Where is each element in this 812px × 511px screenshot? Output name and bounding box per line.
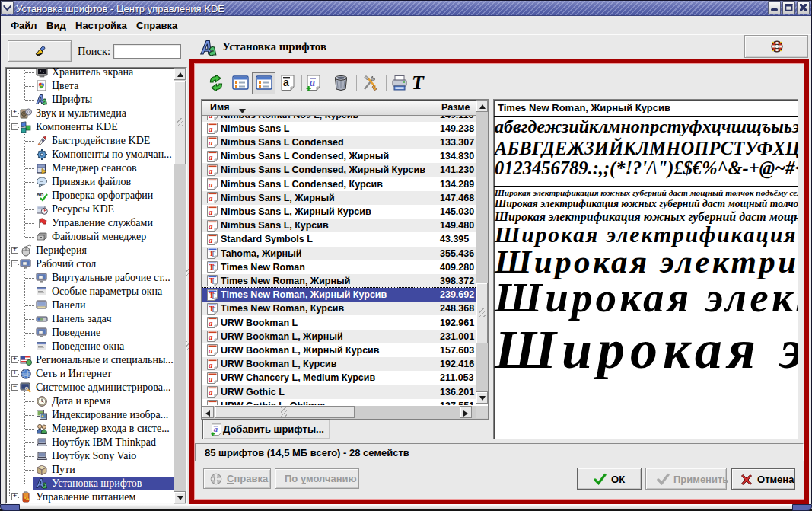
svg-text:a: a	[209, 332, 213, 341]
svg-text:T: T	[209, 249, 214, 257]
svg-text:a: a	[209, 221, 213, 230]
svg-text:a: a	[209, 124, 213, 133]
svg-text:a: a	[209, 116, 213, 120]
svg-text:a: a	[209, 180, 213, 189]
svg-text:T: T	[209, 305, 214, 313]
svg-text:a: a	[209, 207, 213, 216]
svg-text:a: a	[209, 359, 213, 369]
svg-text:T: T	[209, 291, 214, 299]
svg-text:a: a	[209, 373, 213, 382]
svg-text:a: a	[209, 152, 213, 161]
svg-text:ab: ab	[37, 191, 43, 198]
svg-text:a: a	[209, 193, 213, 203]
svg-text:a: a	[209, 401, 213, 405]
svg-text:T: T	[209, 263, 214, 271]
svg-text:a: a	[209, 346, 213, 355]
svg-text:a: a	[209, 318, 213, 327]
svg-text:a: a	[209, 138, 213, 147]
svg-text:a: a	[209, 165, 213, 174]
svg-text:a: a	[209, 235, 213, 244]
svg-text:a: a	[209, 388, 213, 397]
svg-text:%: %	[24, 496, 29, 502]
svg-text:T: T	[209, 276, 214, 285]
